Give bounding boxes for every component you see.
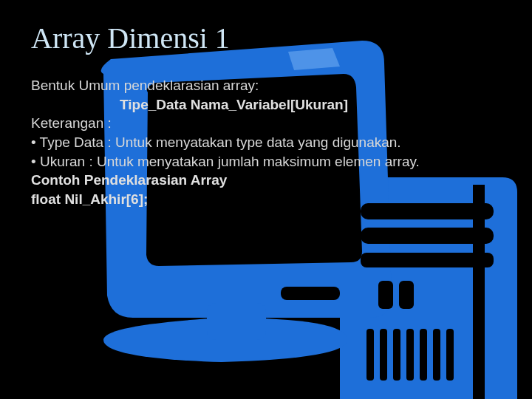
line-keterangan: Keterangan : bbox=[31, 114, 501, 133]
svg-rect-6 bbox=[366, 329, 374, 381]
svg-rect-5 bbox=[399, 281, 414, 309]
line-bullet-typedata: • Type Data : Untuk menyatakan type data… bbox=[31, 133, 501, 152]
svg-rect-7 bbox=[380, 329, 387, 381]
svg-rect-9 bbox=[406, 329, 414, 381]
svg-rect-14 bbox=[281, 287, 340, 300]
line-contoh-label: Contoh Pendeklarasian Array bbox=[31, 171, 501, 190]
svg-rect-12 bbox=[446, 329, 454, 381]
svg-rect-8 bbox=[393, 329, 400, 381]
svg-rect-10 bbox=[420, 329, 427, 381]
svg-rect-2 bbox=[361, 228, 494, 244]
slide-title: Array Dimensi 1 bbox=[31, 21, 501, 55]
svg-rect-0 bbox=[207, 303, 266, 340]
line-intro: Bentuk Umum pendeklarasian array: bbox=[31, 76, 501, 95]
line-example: float Nil_Akhir[6]; bbox=[31, 190, 501, 209]
svg-rect-13 bbox=[473, 185, 485, 399]
line-bullet-ukuran: • Ukuran : Untuk menyatakan jumlah maksi… bbox=[31, 152, 501, 171]
slide-content: Array Dimensi 1 Bentuk Umum pendeklarasi… bbox=[0, 0, 532, 208]
line-syntax: Tipe_Data Nama_Variabel[Ukuran] bbox=[31, 95, 501, 115]
svg-rect-4 bbox=[378, 281, 393, 309]
svg-rect-11 bbox=[433, 329, 440, 381]
slide-body: Bentuk Umum pendeklarasian array: Tipe_D… bbox=[31, 76, 501, 208]
svg-rect-3 bbox=[361, 253, 494, 267]
